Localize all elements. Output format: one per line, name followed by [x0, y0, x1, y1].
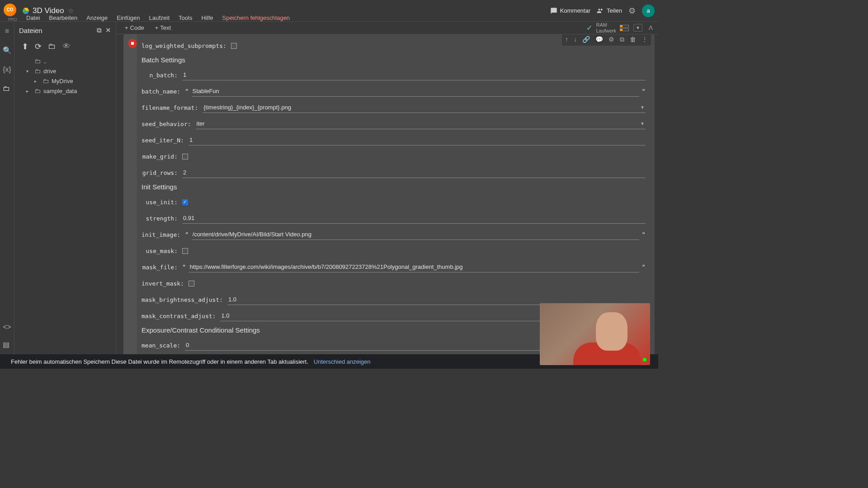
share-icon [597, 7, 604, 14]
checkbox-log-weighted[interactable] [231, 43, 237, 49]
quote-open: " [182, 263, 186, 271]
webcam-live-indicator [643, 358, 646, 361]
row-mask-file: mask_file: "" [142, 261, 646, 273]
input-seed-iter[interactable] [189, 135, 646, 145]
notification-link[interactable]: Unterschied anzeigen [314, 358, 371, 365]
variables-icon[interactable]: {x} [1, 64, 13, 75]
connect-dropdown[interactable]: ▼ [633, 24, 642, 32]
quote-close: " [642, 231, 646, 238]
resource-bars [620, 25, 629, 31]
chevron-down-icon: ▼ [640, 105, 645, 110]
section-batch: Batch Settings [142, 56, 646, 64]
input-grid-rows[interactable] [182, 167, 646, 178]
ram-label: RAM [596, 22, 616, 28]
label-grid-rows: grid_rows: [142, 169, 182, 176]
label-filename-format: filename_format: [142, 104, 203, 111]
row-invert-mask: invert_mask: [142, 277, 646, 289]
tree-mydrive[interactable]: ▸🗀MyDrive [18, 76, 112, 86]
toc-icon[interactable]: ≡ [3, 25, 11, 37]
tree-sample[interactable]: ▸🗀sample_data [18, 86, 112, 96]
menu-save-error[interactable]: Speichern fehlgeschlagen [218, 13, 293, 23]
comment-cell-icon[interactable]: 💬 [593, 34, 605, 45]
label-make-grid: make_grid: [142, 153, 182, 160]
pro-badge: PRO [8, 17, 17, 22]
row-seed-behavior: seed_behavior: iter▼ [142, 118, 646, 130]
close-panel-icon[interactable]: ✕ [105, 26, 111, 34]
file-panel-title: Dateien [19, 27, 42, 34]
label-strength: strength: [142, 215, 182, 222]
upload-icon[interactable]: ⬆ [22, 42, 28, 52]
run-cell-button[interactable] [128, 39, 137, 48]
disk-label: Laufwerk [596, 28, 616, 33]
label-init-image: init_image: [142, 231, 185, 238]
webcam-overlay [540, 303, 650, 365]
select-filename-value: {timestring}_{index}_{prompt}.png [203, 104, 291, 111]
add-text-button[interactable]: + Text [152, 23, 174, 32]
mount-drive-icon[interactable]: 🗀 [48, 42, 56, 52]
delete-icon[interactable]: 🗑 [627, 34, 638, 45]
toggle-header-icon[interactable]: ᐱ [647, 23, 655, 33]
input-mask-file[interactable] [189, 262, 639, 272]
input-batch-name[interactable] [192, 86, 639, 97]
link-icon[interactable]: 🔗 [580, 34, 592, 45]
label-seed-iter: seed_iter_N: [142, 137, 189, 144]
cell-gutter [123, 34, 137, 354]
ram-indicator[interactable]: ✓ RAM Laufwerk [586, 22, 629, 33]
checkbox-invert-mask[interactable] [189, 281, 194, 286]
label-mask-brightness: mask_brightness_adjust: [142, 296, 227, 303]
row-filename-format: filename_format: {timestring}_{index}_{p… [142, 102, 646, 113]
move-down-icon[interactable]: ↓ [571, 34, 579, 45]
refresh-icon[interactable]: ⟳ [35, 42, 42, 52]
comment-button[interactable]: Kommentar [550, 7, 590, 14]
user-avatar[interactable]: a [642, 5, 655, 17]
colab-logo-icon: CO [4, 4, 16, 16]
search-icon[interactable]: 🔍 [1, 44, 14, 56]
cell-settings-icon[interactable]: ⚙ [606, 34, 617, 45]
menu-runtime[interactable]: Laufzeit [146, 13, 174, 23]
check-icon: ✓ [586, 23, 592, 32]
file-tree: 🗀.. ▾🗀drive ▸🗀MyDrive ▸🗀sample_data [14, 54, 116, 98]
notification-text: Fehler beim automatischen Speichern Dies… [11, 358, 308, 365]
label-mask-file: mask_file: [142, 264, 182, 271]
input-init-image[interactable] [192, 229, 639, 240]
add-text-label: Text [160, 24, 171, 31]
add-code-button[interactable]: + Code [122, 23, 147, 32]
files-icon[interactable]: 🗀 [0, 83, 12, 94]
quote-open: " [185, 88, 189, 95]
select-filename-format[interactable]: {timestring}_{index}_{prompt}.png▼ [203, 102, 646, 113]
file-toolbar: ⬆ ⟳ 🗀 👁 [14, 39, 116, 54]
mirror-icon[interactable]: ⧉ [618, 34, 627, 45]
tree-drive[interactable]: ▾🗀drive [18, 66, 112, 76]
more-icon[interactable]: ⋮ [639, 34, 650, 45]
tree-parent[interactable]: 🗀.. [18, 56, 112, 66]
row-strength: strength: [142, 212, 646, 224]
new-window-icon[interactable]: ⧉ [97, 26, 102, 34]
chevron-down-icon: ▼ [640, 121, 645, 126]
checkbox-use-init[interactable] [182, 199, 188, 205]
settings-icon[interactable]: ⚙ [628, 6, 636, 16]
label-mean-scale: mean_scale: [142, 342, 185, 349]
menu-tools[interactable]: Tools [175, 13, 196, 23]
left-rail: ≡ 🔍 {x} 🗀 <> ▤ [0, 22, 14, 354]
section-init: Init Settings [142, 183, 646, 191]
input-n-batch[interactable] [182, 70, 646, 80]
tree-mydrive-label: MyDrive [52, 78, 73, 84]
comment-label: Kommentar [560, 7, 590, 14]
checkbox-use-mask[interactable] [182, 248, 188, 254]
input-strength[interactable] [182, 213, 646, 224]
label-use-init: use_init: [142, 199, 182, 206]
label-seed-behavior: seed_behavior: [142, 121, 196, 127]
select-seed-behavior[interactable]: iter▼ [196, 118, 646, 129]
checkbox-make-grid[interactable] [182, 154, 188, 160]
label-log-weighted: log_weighted_subprompts: [142, 42, 231, 49]
menu-insert[interactable]: Einfügen [113, 13, 143, 23]
share-button[interactable]: Teilen [597, 7, 622, 14]
terminal-icon[interactable]: ▤ [1, 338, 13, 351]
move-up-icon[interactable]: ↑ [563, 34, 571, 45]
code-snippets-icon[interactable]: <> [1, 321, 13, 333]
row-seed-iter: seed_iter_N: [142, 134, 646, 146]
hidden-files-icon[interactable]: 👁 [62, 42, 71, 52]
menu-help[interactable]: Hilfe [198, 13, 217, 23]
select-seed-value: iter [197, 120, 205, 127]
row-batch-name: batch_name: "" [142, 85, 646, 97]
